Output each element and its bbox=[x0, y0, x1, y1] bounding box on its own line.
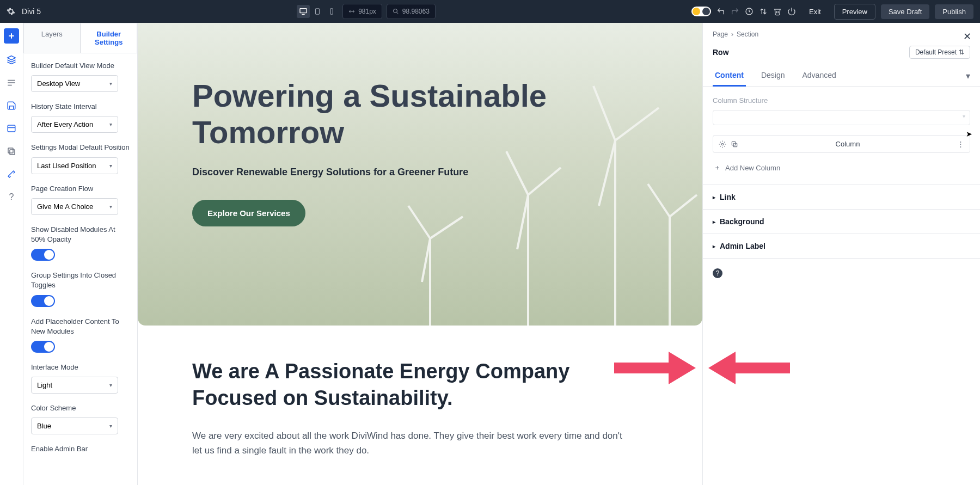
close-icon[interactable]: ✕ bbox=[963, 30, 971, 42]
hero-cta-button[interactable]: Explore Our Services bbox=[192, 200, 305, 226]
column-row[interactable]: Column ⋮ bbox=[713, 135, 970, 153]
page-flow-select[interactable]: Give Me A Choice bbox=[31, 198, 118, 215]
view-mode-select[interactable]: Desktop View bbox=[31, 75, 118, 92]
tab-content[interactable]: Content bbox=[713, 65, 746, 87]
publish-button[interactable]: Publish bbox=[935, 4, 973, 19]
theme-toggle[interactable] bbox=[691, 7, 711, 16]
accordion-link[interactable]: Link bbox=[703, 185, 980, 210]
help-icon[interactable]: ? bbox=[713, 268, 722, 278]
svg-rect-17 bbox=[8, 125, 15, 132]
column-structure-label: Column Structure bbox=[713, 96, 970, 105]
phone-icon[interactable] bbox=[325, 5, 338, 18]
svg-rect-20 bbox=[10, 150, 15, 155]
tab-layers[interactable]: Layers bbox=[23, 23, 81, 53]
scheme-select[interactable]: Blue bbox=[31, 418, 118, 434]
interface-select[interactable]: Light bbox=[31, 377, 118, 394]
wind-turbines-illustration bbox=[321, 53, 702, 326]
annotation-arrow-right bbox=[708, 352, 790, 384]
history-icon[interactable] bbox=[745, 7, 754, 16]
sort-icon[interactable] bbox=[759, 7, 768, 16]
canvas: Powering a Sustainable Tomorrow Discover… bbox=[138, 23, 702, 485]
accordion: Link Background Admin Label bbox=[703, 185, 980, 259]
left-tabs: Layers Builder Settings bbox=[23, 23, 137, 53]
tools-icon[interactable] bbox=[5, 168, 18, 181]
power-icon[interactable] bbox=[787, 7, 796, 16]
placeholder-label: Add Placeholder Content To New Modules bbox=[31, 317, 130, 336]
admin-bar-label: Enable Admin Bar bbox=[31, 444, 130, 454]
save-icon[interactable] bbox=[5, 99, 18, 112]
cursor-icon: ➤ bbox=[966, 130, 972, 138]
disabled-toggle[interactable] bbox=[31, 249, 55, 261]
zoom-input[interactable]: 98.98063 bbox=[387, 4, 436, 19]
tab-advanced[interactable]: Advanced bbox=[800, 65, 838, 86]
library-icon[interactable] bbox=[5, 122, 18, 135]
svg-line-30 bbox=[408, 206, 430, 238]
preview-button[interactable]: Preview bbox=[834, 4, 875, 20]
svg-line-28 bbox=[517, 195, 528, 249]
tab-design[interactable]: Design bbox=[759, 65, 787, 86]
svg-line-22 bbox=[593, 86, 615, 140]
column-structure-select[interactable] bbox=[713, 110, 970, 125]
width-value: 981px bbox=[358, 8, 376, 15]
history-label: History State Interval bbox=[31, 102, 130, 112]
right-tabs: Content Design Advanced ▾ ➤ bbox=[703, 65, 980, 87]
tab-builder-settings[interactable]: Builder Settings bbox=[81, 23, 138, 53]
svg-point-5 bbox=[393, 9, 397, 13]
more-icon[interactable]: ⋮ bbox=[957, 140, 964, 148]
row-title: Row bbox=[713, 48, 729, 57]
placeholder-toggle[interactable] bbox=[31, 341, 55, 353]
disabled-label: Show Disabled Modules At 50% Opacity bbox=[31, 225, 130, 244]
svg-line-27 bbox=[528, 168, 561, 195]
svg-marker-13 bbox=[8, 56, 16, 60]
add-column-button[interactable]: ＋ Add New Column bbox=[713, 161, 970, 175]
topbar-right: Exit Preview Save Draft Publish bbox=[691, 4, 973, 20]
group-toggle[interactable] bbox=[31, 295, 55, 307]
exit-button[interactable]: Exit bbox=[801, 4, 829, 19]
stack-icon[interactable] bbox=[5, 145, 18, 158]
about-title: We are A Passionate Energy Company Focus… bbox=[192, 358, 606, 412]
accordion-admin-label[interactable]: Admin Label bbox=[703, 234, 980, 259]
panel-body: Builder Default View Mode Desktop View H… bbox=[23, 53, 137, 466]
redo-icon[interactable] bbox=[731, 7, 739, 16]
preset-button[interactable]: Default Preset⇅ bbox=[909, 46, 970, 59]
save-draft-button[interactable]: Save Draft bbox=[881, 4, 929, 19]
svg-rect-2 bbox=[316, 9, 320, 15]
right-panel-body: Column Structure Column ⋮ ＋ Add New Colu… bbox=[703, 87, 980, 185]
svg-line-34 bbox=[648, 184, 670, 217]
annotation-arrow-left bbox=[614, 352, 696, 384]
add-icon[interactable] bbox=[4, 28, 19, 44]
row-header: Row Default Preset⇅ bbox=[703, 42, 980, 65]
desktop-icon[interactable] bbox=[297, 5, 310, 18]
gear-small-icon[interactable] bbox=[719, 140, 726, 148]
layers-icon[interactable] bbox=[5, 53, 18, 66]
about-section[interactable]: We are A Passionate Energy Company Focus… bbox=[138, 326, 702, 480]
modal-pos-select[interactable]: Last Used Position bbox=[31, 157, 118, 174]
about-body: We are very excited about all the work D… bbox=[192, 428, 622, 458]
help-rail-icon[interactable]: ? bbox=[5, 191, 18, 204]
column-label: Column bbox=[738, 140, 957, 148]
wireframe-icon[interactable] bbox=[5, 76, 18, 89]
chevron-down-icon[interactable]: ▾ bbox=[966, 71, 970, 81]
svg-line-26 bbox=[506, 151, 528, 195]
svg-line-35 bbox=[670, 195, 697, 217]
trash-icon[interactable] bbox=[773, 7, 782, 16]
crumb-page[interactable]: Page bbox=[713, 30, 728, 38]
crumb-section[interactable]: Section bbox=[737, 30, 758, 38]
hero-section[interactable]: Powering a Sustainable Tomorrow Discover… bbox=[138, 23, 702, 326]
gear-icon[interactable] bbox=[7, 7, 15, 16]
undo-icon[interactable] bbox=[716, 7, 725, 16]
modal-pos-label: Settings Modal Default Position bbox=[31, 143, 130, 152]
page-title: Divi 5 bbox=[22, 7, 41, 16]
history-select[interactable]: After Every Action bbox=[31, 116, 118, 133]
svg-line-23 bbox=[615, 108, 659, 140]
icon-rail: ? bbox=[0, 23, 23, 485]
device-icons bbox=[297, 5, 338, 18]
plus-icon: ＋ bbox=[714, 163, 721, 173]
width-input[interactable]: 981px bbox=[342, 4, 382, 19]
tablet-icon[interactable] bbox=[311, 5, 324, 18]
svg-point-36 bbox=[721, 143, 724, 145]
duplicate-icon[interactable] bbox=[731, 140, 738, 148]
interface-label: Interface Mode bbox=[31, 363, 130, 372]
left-panel: Layers Builder Settings Builder Default … bbox=[23, 23, 138, 485]
accordion-background[interactable]: Background bbox=[703, 210, 980, 234]
